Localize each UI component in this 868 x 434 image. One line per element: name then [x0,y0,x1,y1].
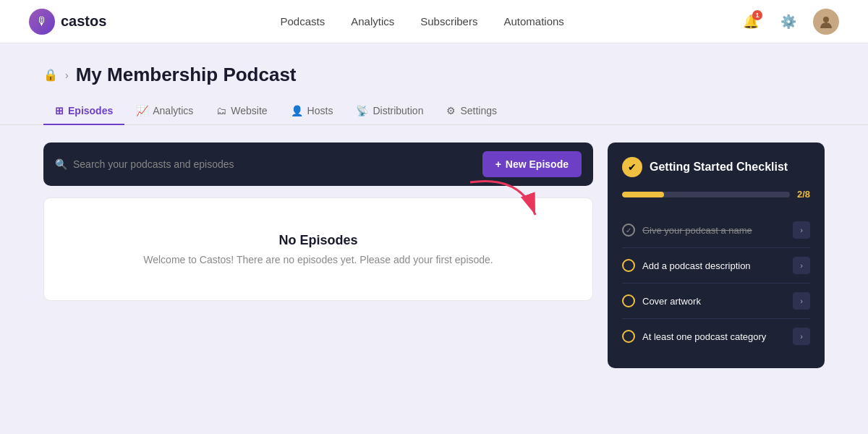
user-avatar-button[interactable] [813,9,839,35]
hosts-tab-icon: 👤 [291,105,303,116]
search-icon: 🔍 [55,158,67,170]
item-circle-1 [622,224,635,237]
item-text-4: At least one podcast category [642,331,766,342]
website-tab-icon: 🗂 [216,105,226,116]
search-row: 🔍 + New Episode [43,142,593,186]
no-episodes-subtitle: Welcome to Castos! There are no episodes… [59,254,578,265]
tab-hosts-label: Hosts [307,105,333,116]
tab-settings[interactable]: ⚙ Settings [435,98,509,125]
tab-analytics-label: Analytics [153,105,193,116]
breadcrumb-icon: 🔒 [43,68,58,82]
item-text-1: Give your podcast a name [642,225,752,236]
tabs-bar: ⊞ Episodes 📈 Analytics 🗂 Website 👤 Hosts… [0,86,868,125]
right-panel: ✔ Getting Started Checklist 2/8 Give you… [608,142,825,368]
tab-episodes[interactable]: ⊞ Episodes [43,98,124,125]
tab-distribution-label: Distribution [373,105,423,116]
progress-track [622,192,790,197]
nav-podcasts[interactable]: Podcasts [281,15,326,27]
checklist-check-icon: ✔ [622,157,642,177]
item-arrow-2: › [793,257,810,274]
item-arrow-1: › [793,221,810,239]
progress-row: 2/8 [622,189,810,200]
left-panel: 🔍 + New Episode No Episodes Welcome to C… [43,142,593,301]
checklist-item-left-1: Give your podcast a name [622,224,752,237]
distribution-tab-icon: 📡 [356,105,368,116]
checklist-item-left-2: Add a podcast description [622,259,751,272]
nav-links: Podcasts Analytics Subscribers Automatio… [281,15,564,27]
search-input-wrapper: 🔍 [55,158,474,170]
item-circle-2 [622,259,635,272]
tab-hosts[interactable]: 👤 Hosts [279,98,345,125]
item-text-3: Cover artwork [642,296,701,307]
notification-badge: 1 [752,10,762,20]
tab-distribution[interactable]: 📡 Distribution [344,98,435,125]
checklist-item-category[interactable]: At least one podcast category › [622,319,810,354]
logo-text: castos [61,13,106,30]
settings-tab-icon: ⚙ [446,105,456,116]
tab-analytics[interactable]: 📈 Analytics [124,98,205,125]
no-episodes-title: No Episodes [59,233,578,248]
new-episode-button[interactable]: + New Episode [482,151,582,177]
svg-point-0 [823,17,829,22]
item-arrow-3: › [793,292,810,310]
nav-icons: 🔔 1 ⚙️ [738,9,839,35]
checklist-item-left-4: At least one podcast category [622,330,766,343]
new-episode-plus-icon: + [495,158,501,170]
episodes-tab-icon: ⊞ [55,105,64,116]
breadcrumb-arrow: › [65,69,69,81]
page-title: My Membership Podcast [76,64,297,86]
main-content: 🔒 › My Membership Podcast ⊞ Episodes 📈 A… [0,43,868,434]
checklist-item-artwork[interactable]: Cover artwork › [622,284,810,319]
checklist-card: ✔ Getting Started Checklist 2/8 Give you… [608,142,825,368]
checklist-item-description[interactable]: Add a podcast description › [622,248,810,284]
progress-label: 2/8 [797,189,810,200]
checklist-item-left-3: Cover artwork [622,294,701,307]
item-text-2: Add a podcast description [642,260,751,271]
checklist-title: Getting Started Checklist [650,161,788,174]
tab-website[interactable]: 🗂 Website [205,98,278,125]
checklist-header: ✔ Getting Started Checklist [622,157,810,177]
page-header: 🔒 › My Membership Podcast [0,43,868,86]
logo[interactable]: 🎙 castos [29,9,106,35]
notification-button[interactable]: 🔔 1 [738,9,764,35]
nav-subscribers[interactable]: Subscribers [420,15,477,27]
logo-icon: 🎙 [29,9,55,35]
checklist-item-name[interactable]: Give your podcast a name › [622,213,810,248]
item-circle-3 [622,294,635,307]
tab-settings-label: Settings [460,105,497,116]
settings-icon-button[interactable]: ⚙️ [775,9,801,35]
nav-analytics[interactable]: Analytics [351,15,394,27]
item-arrow-4: › [793,328,810,345]
analytics-tab-icon: 📈 [136,105,148,116]
tab-website-label: Website [231,105,267,116]
progress-fill [622,192,664,197]
new-episode-label: New Episode [506,158,569,170]
no-episodes-container: No Episodes Welcome to Castos! There are… [43,197,593,301]
tab-episodes-label: Episodes [68,105,113,116]
nav-automations[interactable]: Automations [503,15,563,27]
item-circle-4 [622,330,635,343]
content-area: 🔍 + New Episode No Episodes Welcome to C… [0,125,868,386]
search-input[interactable] [73,158,474,170]
top-navigation: 🎙 castos Podcasts Analytics Subscribers … [0,0,868,43]
